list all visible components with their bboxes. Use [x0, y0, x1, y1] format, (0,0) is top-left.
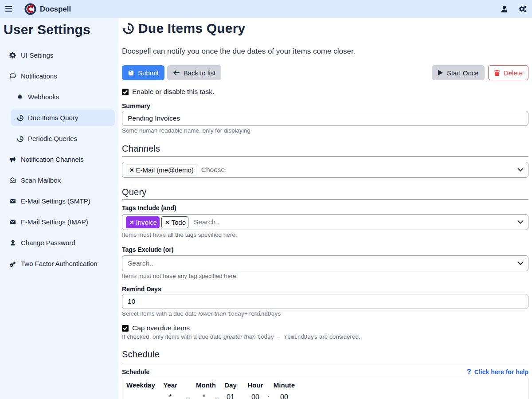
schedule-help-link[interactable]: ? Click here for help [467, 368, 528, 376]
app-logo[interactable]: Docspell [24, 3, 71, 15]
sidebar-item-notification-channels[interactable]: Notification Channels [4, 151, 115, 168]
sidebar-item-notifications[interactable]: Notifications [4, 68, 115, 84]
year-value[interactable]: * [160, 393, 180, 399]
sidebar-item-label: Change Password [21, 239, 75, 246]
col-minute: Minute [272, 381, 296, 389]
help-link-label: Click here for help [474, 368, 528, 376]
user-secret-icon [9, 239, 16, 246]
start-once-label: Start Once [447, 69, 479, 77]
remind-days-input[interactable] [122, 294, 528, 309]
sidebar-title: User Settings [4, 21, 115, 37]
sidebar-item-change-password[interactable]: Change Password [4, 235, 115, 251]
back-to-list-label: Back to list [184, 69, 216, 77]
channel-chip[interactable]: ✕ E-Mail (me@demo) [126, 164, 196, 176]
remove-chip-icon[interactable]: ✕ [165, 219, 169, 226]
chevron-down-icon [517, 168, 524, 172]
delete-button[interactable]: Delete [488, 65, 528, 80]
play-icon [438, 70, 443, 76]
tag-chip-label: Todo [172, 219, 186, 226]
tags-exclude-hint: Items must not have any tag specified he… [122, 273, 528, 279]
submit-label: Submit [138, 69, 159, 77]
page-title-row: Due Items Query [122, 21, 528, 36]
comment-icon [9, 73, 16, 79]
submit-button[interactable]: Submit [122, 65, 164, 80]
tag-chip-label: Invoice [136, 219, 157, 226]
start-once-button[interactable]: Start Once [432, 65, 485, 80]
sidebar-item-ui-settings[interactable]: UI Settings [4, 47, 115, 63]
summary-label: Summary [122, 102, 528, 110]
history-icon [16, 114, 23, 121]
sidebar-item-label: Scan Mailbox [21, 176, 61, 184]
cap-overdue-hint: If checked, only items with a due date g… [122, 333, 528, 340]
cap-overdue-label: Cap overdue items [132, 324, 190, 332]
enable-task-checkbox-row[interactable]: Enable or disable this task. [122, 88, 528, 96]
tag-chip-todo[interactable]: ✕ Todo [161, 216, 188, 228]
remove-chip-icon[interactable]: ✕ [129, 167, 134, 173]
remind-days-hint: Select items with a due date lower than … [122, 310, 528, 317]
tags-include-hint: Items must have all the tags specified h… [122, 231, 528, 238]
envelope-icon [9, 219, 16, 225]
calendar-event-table: Weekday Year Month Day Hour Minute * – *… [122, 378, 528, 399]
hint-italic-text: greater than [223, 333, 256, 340]
month-value[interactable]: * [196, 393, 212, 399]
chevron-down-icon [517, 220, 524, 224]
main-content: Due Items Query Docspell can notify you … [118, 18, 532, 399]
sidebar-item-email-settings-smtp[interactable]: E-Mail Settings (SMTP) [4, 193, 115, 209]
question-icon: ? [467, 368, 471, 376]
chevron-down-icon [517, 262, 524, 266]
sidebar-nav: UI Settings Notifications Webhooks Due I… [4, 47, 115, 272]
channels-select[interactable]: ✕ E-Mail (me@demo) Choose. [122, 162, 528, 178]
tag-chip-invoice[interactable]: ✕ Invoice [126, 216, 160, 228]
tags-exclude-select[interactable]: Search.. [122, 255, 528, 271]
col-year: Year [160, 381, 180, 389]
hint-italic-text: lower than [199, 310, 226, 317]
sidebar-item-label: E-Mail Settings (IMAP) [21, 218, 88, 226]
arrow-left-icon [173, 70, 180, 76]
delete-label: Delete [504, 69, 523, 77]
enable-task-checkbox[interactable] [122, 89, 129, 95]
sidebar-item-email-settings-imap[interactable]: E-Mail Settings (IMAP) [4, 214, 115, 230]
tags-exclude-label: Tags Exclude (or) [122, 246, 528, 253]
remind-days-label: Remind Days [122, 286, 528, 293]
remove-chip-icon[interactable]: ✕ [129, 219, 134, 226]
back-to-list-button[interactable]: Back to list [167, 65, 222, 80]
app-name: Docspell [40, 5, 71, 13]
col-day: Day [223, 381, 239, 389]
minute-value[interactable]: 00 [272, 393, 296, 399]
sidebar-item-periodic-queries[interactable]: Periodic Queries [11, 130, 115, 147]
page-title: Due Items Query [138, 21, 245, 36]
sidebar-item-scan-mailbox[interactable]: Scan Mailbox [4, 172, 115, 188]
cap-overdue-checkbox[interactable] [122, 325, 129, 332]
tags-include-select[interactable]: ✕ Invoice ✕ Todo Search.. [122, 214, 528, 230]
summary-input[interactable] [122, 111, 528, 126]
channels-heading: Channels [122, 144, 528, 156]
cogs-icon[interactable] [517, 3, 528, 15]
envelope-icon [9, 198, 16, 204]
enable-task-label: Enable or disable this task. [132, 88, 214, 96]
weekday-value[interactable] [122, 393, 160, 399]
key-icon [9, 260, 16, 267]
schedule-label: Schedule [122, 368, 149, 376]
sidebar-item-label: Notifications [21, 72, 57, 80]
hour-value[interactable]: 00 [246, 393, 264, 399]
col-hour: Hour [246, 381, 264, 389]
channel-chip-label: E-Mail (me@demo) [136, 166, 193, 174]
history-icon [122, 23, 134, 35]
tags-include-label: Tags Include (and) [122, 204, 528, 211]
cog-icon [9, 52, 16, 59]
channels-placeholder: Choose. [201, 166, 227, 174]
time-separator: : [264, 393, 272, 399]
tags-exclude-placeholder: Search.. [128, 259, 153, 267]
user-menu-icon[interactable] [499, 3, 509, 15]
col-weekday: Weekday [122, 381, 160, 389]
calendar-header-row: Weekday Year Month Day Hour Minute [122, 381, 528, 389]
cap-overdue-checkbox-row[interactable]: Cap overdue items [122, 324, 528, 332]
query-heading: Query [122, 187, 528, 200]
hamburger-menu-icon[interactable] [5, 3, 12, 15]
sidebar-item-two-factor-authentication[interactable]: Two Factor Authentication [4, 255, 115, 272]
sidebar-item-due-items-query[interactable]: Due Items Query [11, 110, 115, 126]
sidebar-item-webhooks[interactable]: Webhooks [11, 89, 115, 105]
sidebar-item-label: Due Items Query [28, 114, 78, 121]
day-value[interactable]: 01 [223, 393, 239, 399]
bell-icon [16, 94, 23, 100]
